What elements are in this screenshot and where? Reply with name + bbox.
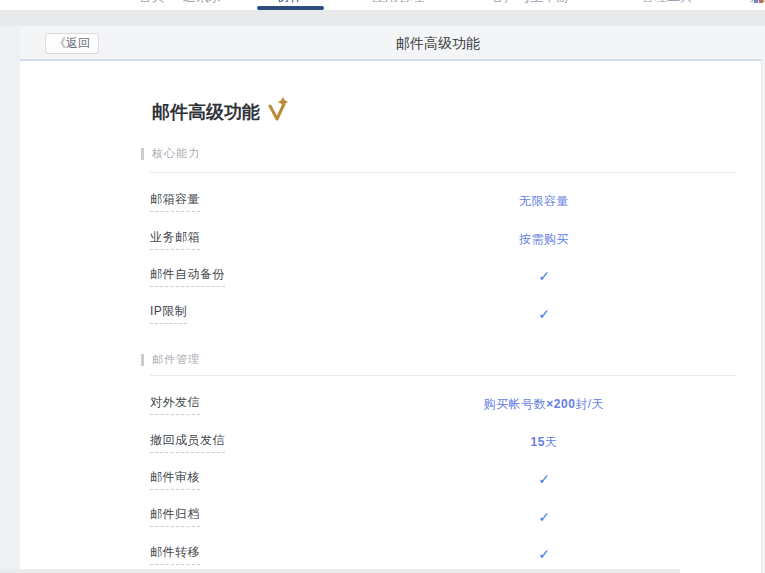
page-background-left [0, 26, 20, 573]
check-icon: ✓ [538, 307, 550, 321]
tab-customers[interactable]: 客户与上下游 [491, 0, 569, 3]
section-header-mail-mgmt: 邮件管理 [141, 352, 200, 367]
feature-value[interactable]: 按需购买 [519, 231, 569, 248]
feature-label[interactable]: 邮件转移 [150, 544, 200, 565]
table-row: 邮件自动备份✓ [150, 258, 737, 295]
feature-label[interactable]: 撤回成员发信 [150, 432, 225, 453]
feature-table-mail-mgmt: 对外发信购买帐号数×200封/天撤回成员发信15天邮件审核✓邮件归档✓邮件转移✓ [150, 375, 737, 573]
section-title: 邮件管理 [152, 352, 200, 367]
cut-off-icon-fragment [754, 0, 758, 3]
content-panel: 邮件高级功能 核心能力 邮箱容量无限容量业务邮箱按需购买邮件自动备份✓IP限制✓… [20, 61, 765, 573]
mail-advanced-features-page: 首页 通讯录 协作 应用管理 客户与上下游 管理工具 我的企业 《返回 邮件高级… [0, 0, 765, 573]
check-icon: ✓ [538, 472, 550, 486]
feature-label[interactable]: 邮件审核 [150, 469, 200, 490]
feature-label[interactable]: 对外发信 [150, 394, 200, 415]
page-background-right [761, 59, 765, 573]
check-icon: ✓ [538, 547, 550, 561]
feature-label[interactable]: 邮件归档 [150, 506, 200, 527]
section-header-core: 核心能力 [141, 146, 200, 161]
page-background-bottom [0, 569, 680, 573]
tab-home[interactable]: 首页 [139, 0, 165, 3]
tab-collaboration[interactable]: 协作 [277, 0, 303, 3]
feature-label[interactable]: IP限制 [150, 303, 187, 324]
feature-label[interactable]: 邮箱容量 [150, 191, 200, 212]
page-heading-text: 邮件高级功能 [152, 101, 260, 123]
page-background-band [0, 10, 765, 26]
cut-off-icon-fragment [759, 0, 763, 3]
table-row: 邮箱容量无限容量 [150, 183, 737, 220]
feature-label[interactable]: 邮件自动备份 [150, 266, 225, 287]
check-icon: ✓ [538, 269, 550, 283]
feature-label[interactable]: 业务邮箱 [150, 229, 200, 250]
table-row: IP限制✓ [150, 295, 737, 332]
tab-apps[interactable]: 应用管理 [372, 0, 424, 3]
table-row: 邮件审核✓ [150, 461, 737, 498]
table-row: 业务邮箱按需购买 [150, 220, 737, 257]
back-button[interactable]: 《返回 [45, 33, 99, 54]
premium-gold-v-icon [268, 97, 290, 126]
top-nav-tabbar: 首页 通讯录 协作 应用管理 客户与上下游 管理工具 我的企业 [0, 0, 765, 10]
page-heading: 邮件高级功能 [152, 101, 290, 126]
feature-value[interactable]: 购买帐号数×200封/天 [484, 396, 604, 413]
feature-value[interactable]: 无限容量 [519, 193, 569, 210]
feature-table-core: 邮箱容量无限容量业务邮箱按需购买邮件自动备份✓IP限制✓ [150, 172, 737, 333]
table-row: 邮件归档✓ [150, 498, 737, 535]
table-row: 邮件转移✓ [150, 536, 737, 573]
panel-header: 《返回 邮件高级功能 [20, 26, 765, 61]
table-row: 对外发信购买帐号数×200封/天 [150, 386, 737, 423]
section-bar-icon [141, 148, 144, 160]
section-bar-icon [141, 354, 144, 366]
table-row: 撤回成员发信15天 [150, 423, 737, 460]
section-title: 核心能力 [152, 146, 200, 161]
tab-tools[interactable]: 管理工具 [641, 0, 693, 3]
feature-value[interactable]: 15天 [531, 434, 558, 451]
tab-contacts[interactable]: 通讯录 [183, 0, 222, 3]
panel-title: 邮件高级功能 [396, 35, 480, 53]
check-icon: ✓ [538, 510, 550, 524]
